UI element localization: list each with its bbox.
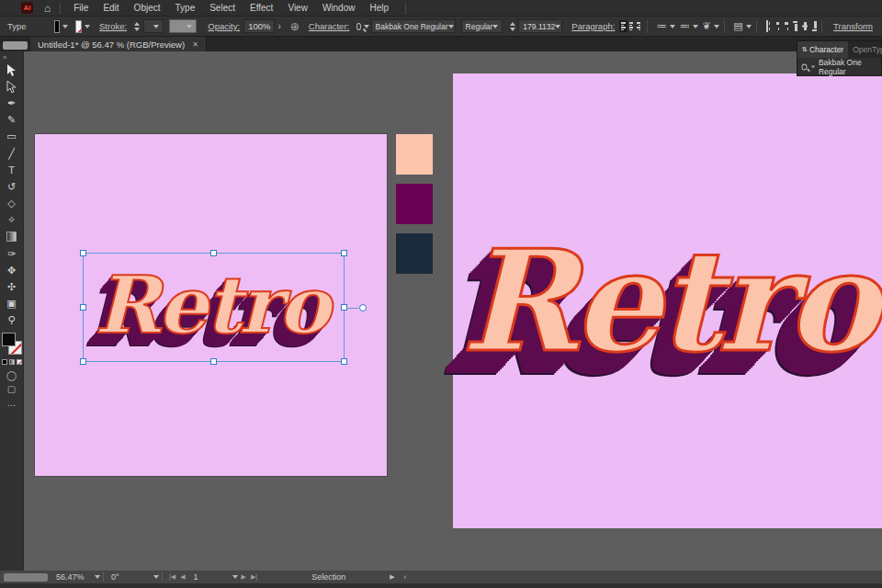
tab-opentype[interactable]: OpenType — [848, 41, 882, 58]
chevron-down-icon[interactable] — [95, 575, 100, 579]
rectangle-tool[interactable]: ▭ — [0, 129, 24, 145]
selection-handle[interactable] — [210, 358, 217, 365]
next-artboard-icon[interactable]: ▶ — [242, 573, 246, 581]
paint-modes[interactable] — [2, 359, 22, 365]
menu-effect[interactable]: Effect — [243, 0, 280, 17]
chevron-down-icon[interactable] — [746, 25, 752, 28]
chevron-down-icon[interactable] — [714, 25, 719, 28]
rotation-field[interactable]: 0° — [107, 571, 151, 583]
ornament-icon[interactable]: ❦ — [703, 21, 711, 31]
menu-file[interactable]: File — [66, 0, 96, 17]
tab-character[interactable]: ⇅ Character — [797, 41, 848, 58]
direct-selection-tool[interactable] — [0, 78, 24, 95]
stroke-weight-stepper[interactable] — [134, 22, 140, 31]
font-search-row[interactable]: Bakbak One Regular — [797, 58, 881, 75]
opacity-link[interactable]: Opacity: — [208, 21, 240, 31]
type-tool[interactable]: T — [0, 162, 24, 178]
menu-window[interactable]: Window — [315, 0, 363, 17]
artboard-tool[interactable]: ▣ — [0, 296, 24, 312]
zoom-tool[interactable]: ⚲ — [0, 312, 24, 329]
rotate-handle[interactable] — [359, 304, 367, 311]
color-mode-icon[interactable] — [2, 359, 7, 365]
vertical-align-bottom-icon[interactable] — [812, 20, 817, 32]
globe-icon[interactable]: ⊕ — [290, 21, 300, 32]
curvature-tool[interactable]: ✎ — [0, 112, 24, 129]
selection-handle[interactable] — [80, 358, 86, 365]
align-center-button[interactable] — [628, 20, 635, 32]
previous-artboard-icon[interactable]: ◀ — [180, 573, 185, 581]
swatch-purple[interactable] — [396, 184, 433, 224]
chevron-down-icon[interactable] — [670, 25, 675, 28]
menu-select[interactable]: Select — [202, 0, 243, 17]
zoom-level-field[interactable]: 56.47% — [51, 571, 92, 583]
stroke-link[interactable]: Stroke: — [99, 21, 127, 31]
font-style-field[interactable]: Regular — [461, 19, 503, 33]
shaper-tool[interactable]: ✧ — [0, 212, 24, 229]
pen-tool[interactable]: ✒ — [0, 95, 24, 111]
font-family-field[interactable]: Bakbak One Regular — [371, 19, 456, 33]
collapse-status-icon[interactable]: ‹ — [404, 572, 407, 582]
document-tab[interactable]: Untitled-1* @ 56.47 % (RGB/Preview) ✕ — [30, 37, 207, 51]
horizontal-align-center-icon[interactable] — [775, 20, 779, 32]
collapse-panel-icon[interactable]: » — [3, 53, 6, 62]
eraser-tool[interactable]: ◇ — [0, 196, 24, 212]
home-icon[interactable]: ⌂ — [44, 3, 51, 14]
selection-handle[interactable] — [80, 250, 86, 256]
selection-tool[interactable] — [0, 62, 24, 78]
gradient-mode-icon[interactable] — [9, 359, 15, 365]
menu-object[interactable]: Object — [127, 0, 168, 17]
paragraph-link[interactable]: Paragraph: — [571, 21, 615, 31]
chevron-down-icon[interactable] — [232, 575, 238, 579]
artboard-number-field[interactable]: 1 — [189, 571, 230, 583]
screen-mode-icon[interactable]: ▢ — [6, 382, 17, 396]
align-right-button[interactable] — [635, 20, 642, 32]
menu-view[interactable]: View — [280, 0, 315, 17]
hand-tool[interactable]: ✥ — [0, 262, 24, 278]
font-size-field[interactable]: 179.1132 — [518, 19, 562, 33]
swatch-navy[interactable] — [396, 233, 433, 274]
rotate-tool[interactable]: ↺ — [0, 178, 24, 195]
selection-handle[interactable] — [210, 250, 217, 256]
swatch-peach[interactable] — [396, 134, 433, 175]
character-link[interactable]: Character: — [309, 21, 349, 31]
menu-type[interactable]: Type — [168, 0, 203, 17]
font-size-stepper[interactable] — [510, 22, 515, 31]
stroke-weight-select[interactable] — [143, 19, 164, 33]
transform-link[interactable]: Transform — [833, 21, 873, 31]
bullet-list-icon[interactable]: ≔ — [657, 21, 667, 31]
more-tools-icon[interactable]: … — [6, 396, 17, 410]
fill-stroke-indicator[interactable] — [1, 333, 23, 356]
stroke-color-swatch[interactable] — [75, 20, 82, 33]
gradient-tool[interactable] — [0, 229, 24, 245]
width-profile-select[interactable] — [169, 19, 197, 33]
chevron-down-icon[interactable] — [153, 575, 159, 579]
opacity-field[interactable]: 100% — [243, 19, 275, 33]
selection-handle[interactable] — [80, 304, 86, 311]
selection-bounding-box[interactable] — [83, 253, 345, 362]
align-left-button[interactable] — [619, 20, 627, 32]
menu-help[interactable]: Help — [362, 0, 396, 17]
chevron-down-icon[interactable] — [85, 25, 90, 28]
fill-indicator[interactable] — [2, 333, 16, 346]
status-menu-icon[interactable]: ▶ — [390, 573, 394, 581]
line-segment-tool[interactable]: ╱ — [0, 145, 24, 162]
menu-edit[interactable]: Edit — [96, 0, 126, 17]
vertical-align-top-icon[interactable] — [793, 20, 797, 32]
horizontal-align-left-icon[interactable] — [765, 20, 770, 32]
horizontal-align-right-icon[interactable] — [784, 20, 788, 32]
search-icon[interactable] — [356, 23, 360, 30]
fill-color-swatch[interactable] — [54, 20, 61, 33]
last-artboard-icon[interactable]: ▶| — [251, 573, 257, 581]
chevron-right-icon[interactable]: › — [277, 21, 280, 31]
vertical-align-center-icon[interactable] — [802, 20, 807, 32]
close-icon[interactable]: ✕ — [192, 40, 198, 49]
document-options-icon[interactable]: ▤ — [733, 21, 742, 31]
chevron-down-icon[interactable] — [364, 25, 369, 28]
numbered-list-icon[interactable]: ≕ — [680, 21, 690, 31]
draw-mode-icon[interactable]: ◯ — [6, 368, 17, 382]
none-mode-icon[interactable] — [17, 359, 22, 365]
eyedropper-tool[interactable]: ✑ — [0, 245, 24, 262]
selection-handle[interactable] — [341, 358, 347, 365]
chevron-down-icon[interactable] — [693, 25, 698, 28]
chevron-down-icon[interactable] — [62, 25, 68, 28]
